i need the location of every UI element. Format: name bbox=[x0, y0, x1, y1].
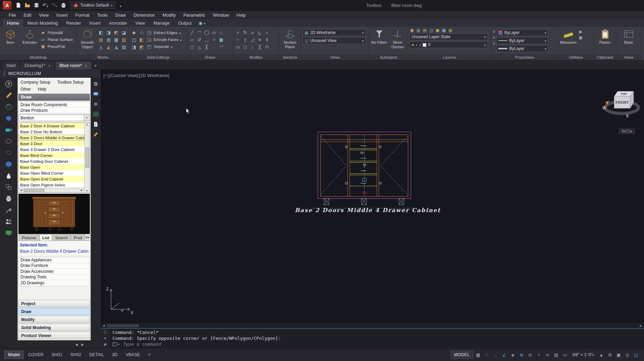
union-icon[interactable]: ◆ bbox=[132, 30, 136, 35]
offset-icon[interactable]: ▭ bbox=[236, 45, 240, 49]
list-item[interactable]: Base 2 Door 4 Drawer Cabinet bbox=[19, 123, 84, 129]
extrude-faces-button[interactable]: ◲Extrude Faces bbox=[146, 36, 181, 42]
measure-button[interactable]: Measure bbox=[559, 28, 577, 54]
ribbon-tab-insert[interactable]: Insert bbox=[85, 19, 105, 27]
edit-button[interactable] bbox=[92, 131, 99, 138]
layout-tab-sh02[interactable]: SH02 bbox=[67, 351, 85, 359]
lineweight-display-icon[interactable]: ≡ bbox=[544, 351, 551, 359]
snap-icon[interactable]: ∷ bbox=[483, 351, 491, 359]
help-button[interactable]: ? bbox=[4, 79, 14, 89]
library-dropdown[interactable]: Benbot bbox=[18, 115, 90, 121]
break-icon[interactable]: ╳ bbox=[259, 45, 261, 49]
list-item[interactable]: Base 3 Drawer 2 Door Cabinet bbox=[19, 146, 84, 152]
modify-panel-label[interactable]: Modify bbox=[233, 54, 279, 60]
modeling-panel-label[interactable]: Modeling bbox=[0, 54, 77, 60]
category-draw[interactable]: Draw bbox=[18, 308, 90, 315]
list-horizontal-scrollbar[interactable]: ◀ ▶ bbox=[19, 188, 84, 192]
plot-button[interactable] bbox=[59, 1, 67, 9]
fillet-icon[interactable]: ◿ bbox=[251, 37, 254, 42]
properties-palette-icon[interactable]: ≡ bbox=[493, 42, 495, 45]
save-button[interactable] bbox=[32, 1, 40, 9]
selected-item-value[interactable]: Base 2 Doors Middle 4 Drawer Cabin bbox=[20, 249, 88, 254]
scroll-left-icon[interactable]: ◀ bbox=[19, 189, 23, 192]
h-scroll-thumb[interactable] bbox=[24, 189, 44, 192]
box-button[interactable]: Box bbox=[1, 28, 19, 54]
menu-format[interactable]: Format bbox=[71, 11, 93, 19]
current-layer-dropdown[interactable]: ● ◐ ▪ 0 bbox=[409, 41, 488, 48]
2d-drawings-link[interactable]: 2D Drawings bbox=[19, 280, 90, 286]
draw-products-link[interactable]: Draw Products bbox=[19, 108, 90, 113]
autocad-logo-icon[interactable]: A bbox=[3, 1, 11, 10]
reports-button[interactable] bbox=[4, 228, 14, 237]
undo-dropdown-icon[interactable] bbox=[47, 2, 49, 8]
new-layout-button[interactable]: + bbox=[145, 351, 154, 359]
named-view-dropdown[interactable]: ◫Unsaved View bbox=[303, 37, 366, 44]
layer-off-icon[interactable]: ▥ bbox=[416, 28, 420, 32]
list-item[interactable]: Base Blind Corner bbox=[19, 152, 84, 158]
menu-dimension[interactable]: Dimension bbox=[130, 11, 159, 19]
properties-panel-label[interactable]: Properties bbox=[491, 54, 558, 60]
layer-unlock-icon[interactable]: ▪ bbox=[420, 43, 421, 47]
ellipse-tool-button[interactable] bbox=[4, 137, 14, 146]
ribbon-tab-home[interactable]: Home bbox=[3, 19, 23, 27]
category-project[interactable]: Project bbox=[18, 300, 90, 307]
layer-color-swatch[interactable] bbox=[423, 43, 426, 47]
dynamic-input-icon[interactable]: + bbox=[535, 351, 543, 359]
workspace-gear-icon[interactable]: ⚙ bbox=[606, 351, 614, 359]
chamfer-icon[interactable]: ◺ bbox=[258, 30, 262, 35]
annotation-scale-dropdown[interactable]: 3/8" = 1'-0" bbox=[570, 352, 596, 357]
press-pull-button[interactable]: ▣Press/Pull bbox=[40, 43, 73, 49]
polar-tracking-icon[interactable]: ∠ bbox=[500, 351, 508, 359]
menu-parametric[interactable]: Parametric bbox=[179, 11, 209, 19]
menu-view[interactable]: View bbox=[35, 11, 52, 19]
explode-icon[interactable]: ◻ bbox=[243, 45, 247, 49]
mesh-tool-icon[interactable]: ▨ bbox=[122, 45, 126, 49]
isolate-objects-icon[interactable]: ◎ bbox=[624, 351, 631, 359]
mesh-tool-icon[interactable]: ▦ bbox=[114, 37, 118, 42]
tab-scroll-right-icon[interactable]: ▶ bbox=[88, 236, 90, 239]
spreadsheet-button[interactable] bbox=[92, 111, 99, 118]
close-tab-icon[interactable] bbox=[48, 63, 51, 68]
transparency-icon[interactable]: ▨ bbox=[552, 351, 560, 359]
assembly-arm-button[interactable] bbox=[4, 205, 14, 215]
mv-menu-help[interactable]: Help bbox=[38, 87, 46, 92]
ortho-icon[interactable]: ∟ bbox=[492, 351, 499, 359]
mesh-tool-icon[interactable]: ▤ bbox=[99, 37, 103, 42]
mesh-tool-icon[interactable]: ▥ bbox=[107, 37, 111, 42]
rectangle-icon[interactable]: ▭ bbox=[212, 30, 216, 35]
panel-scroll-left-icon[interactable]: ◀ bbox=[75, 343, 78, 346]
view-cube[interactable]: TOP FRONT W S bbox=[601, 81, 643, 127]
draw-panel-label[interactable]: Draw bbox=[187, 54, 233, 60]
erase-icon[interactable]: − bbox=[237, 37, 239, 42]
selection-cycling-icon[interactable]: ▭ bbox=[561, 351, 569, 359]
dock-title-bar[interactable]: MICROVELLUM bbox=[0, 69, 101, 78]
list-item[interactable]: Base Open Pigeon Holes bbox=[19, 182, 84, 188]
ribbon-tab-annotate[interactable]: Annotate bbox=[105, 19, 131, 27]
intersect-icon[interactable]: ◫ bbox=[132, 37, 136, 42]
section-plane-button[interactable]: Section Plane bbox=[281, 28, 299, 54]
workspace-dropdown-icon[interactable] bbox=[111, 3, 113, 8]
category-modify[interactable]: Modify bbox=[18, 316, 90, 323]
mv-menu-other[interactable]: Other bbox=[20, 87, 31, 92]
arc-lower-icon[interactable]: ◡ bbox=[205, 37, 209, 42]
list-vertical-scrollbar[interactable]: ▲ ▼ bbox=[84, 123, 90, 192]
tab-scroll-left-icon[interactable]: ◀ bbox=[85, 236, 87, 239]
triangle-icon[interactable]: △ bbox=[198, 45, 201, 49]
scale-icon[interactable]: ▯ bbox=[244, 37, 246, 42]
layout-tab-vbase[interactable]: VBASE bbox=[122, 351, 144, 359]
library-dropdown-icon[interactable] bbox=[84, 115, 90, 121]
spline-icon[interactable]: ≈ bbox=[213, 37, 215, 42]
ribbon-tab-render[interactable]: Render bbox=[62, 19, 85, 27]
wcs-button[interactable]: WCS bbox=[619, 128, 635, 134]
menu-window[interactable]: Window bbox=[209, 11, 232, 19]
line-icon[interactable]: ╱ bbox=[191, 30, 194, 35]
layer-freeze-icon[interactable]: ◫ bbox=[429, 28, 433, 32]
doc-tab-bbot-room[interactable]: Bbot room* bbox=[55, 61, 92, 69]
view-panel-label[interactable]: View bbox=[301, 54, 369, 60]
product-button[interactable] bbox=[4, 114, 14, 123]
planar-surface-button[interactable]: ▱Planar Surface bbox=[40, 36, 73, 42]
object-color-dropdown[interactable]: ByLayer bbox=[496, 29, 548, 36]
ribbon-tab-output[interactable]: Output bbox=[174, 19, 196, 27]
doc-tab-drawing1[interactable]: Drawing1* bbox=[20, 61, 55, 69]
rotate-icon[interactable]: ↻ bbox=[243, 30, 247, 35]
